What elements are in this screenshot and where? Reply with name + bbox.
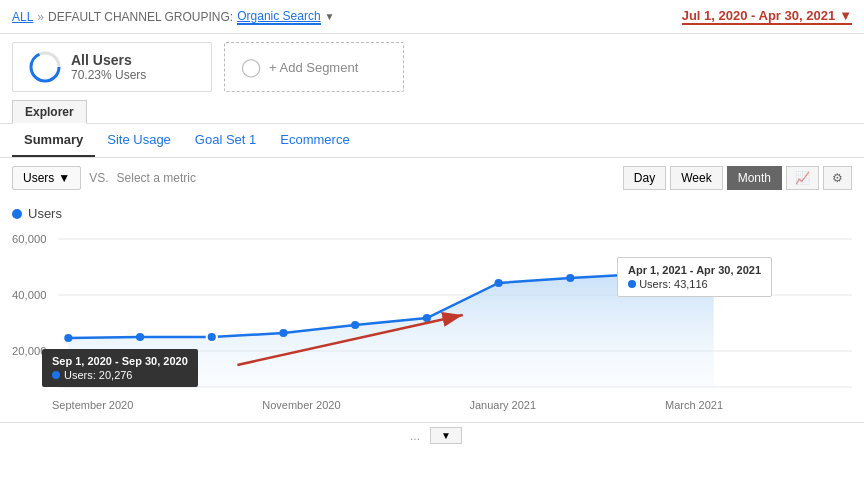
date-range-arrow-icon: ▼ bbox=[839, 8, 852, 23]
data-point-aug bbox=[136, 333, 144, 341]
month-btn[interactable]: Month bbox=[727, 166, 782, 190]
chart-area: Users 60,000 40,000 20,000 bbox=[0, 198, 864, 418]
time-controls: Day Week Month 📈 ⚙ bbox=[623, 166, 852, 190]
date-range-label: Jul 1, 2020 - Apr 30, 2021 bbox=[682, 8, 835, 23]
explorer-tab[interactable]: Explorer bbox=[12, 100, 87, 124]
line-chart-btn[interactable]: 📈 bbox=[786, 166, 819, 190]
sub-tab-ecommerce[interactable]: Ecommerce bbox=[268, 124, 361, 157]
x-label-sep: September 2020 bbox=[52, 399, 133, 411]
sub-tabs: Summary Site Usage Goal Set 1 Ecommerce bbox=[0, 124, 864, 158]
breadcrumb: ALL » DEFAULT CHANNEL GROUPING: Organic … bbox=[12, 9, 334, 25]
data-point-jul bbox=[64, 334, 72, 342]
all-users-label: All Users bbox=[71, 52, 146, 68]
data-point-apr bbox=[709, 275, 719, 285]
chart-svg: 60,000 40,000 20,000 bbox=[12, 227, 852, 397]
data-point-mar bbox=[638, 270, 646, 278]
svg-text:20,000: 20,000 bbox=[12, 345, 46, 357]
scroll-down-btn[interactable]: ▼ bbox=[430, 427, 462, 444]
chart-svg-container: 60,000 40,000 20,000 bbox=[12, 227, 852, 397]
breadcrumb-channel: DEFAULT CHANNEL GROUPING: bbox=[48, 10, 233, 24]
legend-dot bbox=[12, 209, 22, 219]
top-bar: ALL » DEFAULT CHANNEL GROUPING: Organic … bbox=[0, 0, 864, 34]
chart-controls: Users ▼ VS. Select a metric Day Week Mon… bbox=[0, 158, 864, 198]
legend-label: Users bbox=[28, 206, 62, 221]
secondary-metric-selector[interactable]: Select a metric bbox=[117, 171, 196, 185]
all-users-segment[interactable]: All Users 70.23% Users bbox=[12, 42, 212, 92]
data-point-oct bbox=[279, 329, 287, 337]
metric-selector: Users ▼ VS. Select a metric bbox=[12, 166, 196, 190]
date-range-selector[interactable]: Jul 1, 2020 - Apr 30, 2021 ▼ bbox=[682, 8, 852, 25]
data-point-sep bbox=[207, 332, 217, 342]
sub-tab-goal-set-1[interactable]: Goal Set 1 bbox=[183, 124, 268, 157]
primary-metric-label: Users bbox=[23, 171, 54, 185]
svg-text:40,000: 40,000 bbox=[12, 289, 46, 301]
tabs-bar: Explorer bbox=[0, 100, 864, 124]
segments-area: All Users 70.23% Users ◯ + Add Segment bbox=[0, 34, 864, 100]
vs-label: VS. bbox=[89, 171, 108, 185]
scroll-ellipsis: ... bbox=[402, 429, 428, 443]
svg-text:60,000: 60,000 bbox=[12, 233, 46, 245]
primary-metric-arrow-icon: ▼ bbox=[58, 171, 70, 185]
breadcrumb-dropdown-icon[interactable]: ▼ bbox=[325, 11, 335, 22]
x-label-mar: March 2021 bbox=[665, 399, 723, 411]
sub-tab-site-usage[interactable]: Site Usage bbox=[95, 124, 183, 157]
breadcrumb-separator: » bbox=[37, 10, 44, 24]
primary-metric-btn[interactable]: Users ▼ bbox=[12, 166, 81, 190]
add-segment-label: + Add Segment bbox=[269, 60, 358, 75]
data-point-dec bbox=[423, 314, 431, 322]
all-users-icon bbox=[29, 51, 61, 83]
x-axis: September 2020 November 2020 January 202… bbox=[12, 397, 852, 411]
day-btn[interactable]: Day bbox=[623, 166, 666, 190]
all-users-sublabel: 70.23% Users bbox=[71, 68, 146, 82]
week-btn[interactable]: Week bbox=[670, 166, 722, 190]
add-segment-card[interactable]: ◯ + Add Segment bbox=[224, 42, 404, 92]
sub-tab-summary[interactable]: Summary bbox=[12, 124, 95, 157]
x-label-jan: January 2021 bbox=[469, 399, 536, 411]
data-point-feb bbox=[566, 274, 574, 282]
bar-chart-btn[interactable]: ⚙ bbox=[823, 166, 852, 190]
x-label-nov: November 2020 bbox=[262, 399, 340, 411]
breadcrumb-all[interactable]: ALL bbox=[12, 10, 33, 24]
breadcrumb-organic[interactable]: Organic Search bbox=[237, 9, 320, 25]
data-point-jan bbox=[494, 279, 502, 287]
add-segment-icon: ◯ bbox=[241, 56, 261, 78]
chart-legend: Users bbox=[12, 206, 852, 221]
data-point-nov bbox=[351, 321, 359, 329]
